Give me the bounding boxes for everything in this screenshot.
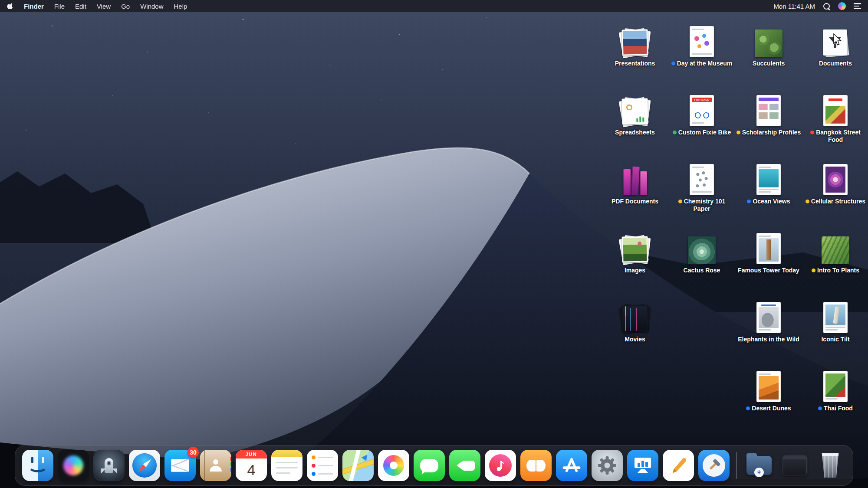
stack-label: Images: [625, 267, 645, 274]
menu-bar: Finder File Edit View Go Window Help Mon…: [0, 0, 868, 12]
iconic-tilt-doc-icon[interactable]: [823, 295, 848, 333]
menu-bar-left: Finder File Edit View Go Window Help: [7, 3, 187, 10]
dock-books-icon[interactable]: [520, 450, 552, 481]
menu-clock[interactable]: Mon 11:41 AM: [773, 3, 815, 10]
desktop-stack-documents[interactable]: Documents: [802, 19, 868, 88]
download-arrow-badge: [754, 468, 764, 477]
desktop-stack-presentations[interactable]: Presentations: [602, 19, 668, 88]
dock-itunes-icon[interactable]: [485, 450, 516, 481]
dock-system-preferences-icon[interactable]: [592, 450, 623, 481]
dock-dark-stack-icon[interactable]: [779, 450, 810, 481]
dock-maps-icon[interactable]: [342, 450, 374, 481]
stack-label: Day at the Museum: [671, 60, 733, 67]
desktop-stack-spreadsheets[interactable]: Spreadsheets: [602, 88, 668, 157]
desktop-item-custom-fixie-bike[interactable]: FOR SALE Custom Fixie Bike: [668, 88, 735, 157]
spotlight-search-icon[interactable]: [823, 3, 830, 10]
desktop-item-day-at-the-museum[interactable]: Day at the Museum: [668, 19, 735, 88]
person-silhouette-icon: [210, 459, 222, 472]
window-thumbnail: [783, 455, 807, 475]
dock-safari-icon[interactable]: [129, 450, 160, 481]
cellular-structures-doc-icon[interactable]: [823, 157, 848, 195]
desktop-item-desert-dunes[interactable]: Desert Dunes: [735, 364, 802, 433]
dock-facetime-icon[interactable]: [449, 450, 480, 481]
desktop-item-thai-food[interactable]: Thai Food: [802, 364, 868, 433]
dock-messages-icon[interactable]: [414, 450, 445, 481]
tag-dot-blue: [671, 62, 675, 66]
dock-pages-icon[interactable]: [663, 450, 694, 481]
open-book-icon: [526, 460, 546, 472]
dock-reminders-icon[interactable]: [307, 450, 338, 481]
desktop-item-bangkok-street-food[interactable]: Bangkok Street Food: [802, 88, 868, 157]
desktop-item-scholarship-profiles[interactable]: Scholarship Profiles: [735, 88, 802, 157]
custom-fixie-bike-doc-icon[interactable]: FOR SALE: [690, 88, 714, 126]
dock-downloads-folder-icon[interactable]: [743, 450, 775, 481]
scholarship-profiles-doc-icon[interactable]: [756, 88, 781, 126]
ocean-views-doc-icon[interactable]: [756, 157, 781, 195]
bangkok-street-food-doc-icon[interactable]: [823, 88, 848, 126]
intro-to-plants-photo-icon[interactable]: [822, 226, 849, 264]
desktop-item-chemistry-101-paper[interactable]: Chemistry 101 Paper: [668, 157, 735, 226]
desert-dunes-doc-icon[interactable]: [756, 364, 781, 402]
desktop-item-famous-tower-today[interactable]: Famous Tower Today: [735, 226, 802, 295]
hammer-icon: [707, 458, 721, 473]
apple-menu-icon[interactable]: [7, 3, 13, 10]
dock-finder-icon[interactable]: [22, 450, 53, 481]
desktop-stack-movies[interactable]: Movies: [602, 295, 668, 364]
desktop-item-cellular-structures[interactable]: Cellular Structures: [802, 157, 868, 226]
menu-help[interactable]: Help: [174, 3, 187, 10]
tag-dot-yellow: [812, 269, 815, 272]
menu-edit[interactable]: Edit: [75, 3, 86, 10]
spreadsheets-stack-icon[interactable]: [618, 88, 652, 126]
dock-contacts-icon[interactable]: [200, 450, 231, 481]
siri-orb: [63, 455, 83, 475]
thai-food-doc-icon[interactable]: [823, 364, 848, 402]
succulents-photo-icon[interactable]: [755, 19, 783, 57]
tag-dot-yellow: [736, 131, 740, 134]
rocket-icon: [105, 458, 113, 473]
desktop-stack-images[interactable]: Images: [602, 226, 668, 295]
dock-siri-icon[interactable]: [58, 450, 89, 481]
pdf-documents-stack-icon[interactable]: [623, 157, 647, 195]
compass-icon: [132, 453, 157, 478]
desktop-item-iconic-tilt[interactable]: Iconic Tilt: [802, 295, 868, 364]
menu-view[interactable]: View: [97, 3, 111, 10]
desktop-item-ocean-views[interactable]: Ocean Views: [735, 157, 802, 226]
stack-label: Desert Dunes: [746, 405, 791, 412]
famous-tower-today-doc-icon[interactable]: [756, 226, 781, 264]
stack-label: Presentations: [615, 60, 655, 67]
desktop-item-elephants-in-the-wild[interactable]: Elephants in the Wild: [735, 295, 802, 364]
movies-stack-icon[interactable]: [618, 295, 652, 333]
dock-keynote-icon[interactable]: [627, 450, 658, 481]
dock-calendar-icon[interactable]: JUN 4: [236, 450, 267, 481]
chemistry-101-paper-doc-icon[interactable]: [690, 157, 714, 195]
desktop-item-intro-to-plants[interactable]: Intro To Plants: [802, 226, 868, 295]
calendar-month: JUN: [236, 450, 267, 459]
stack-label: Cactus Rose: [684, 267, 720, 274]
images-stack-icon[interactable]: [618, 226, 652, 264]
menu-file[interactable]: File: [54, 3, 65, 10]
siri-menu-icon[interactable]: [838, 2, 846, 10]
menu-window[interactable]: Window: [140, 3, 163, 10]
tag-dot-red: [810, 131, 814, 134]
dock-launchpad-icon[interactable]: [93, 450, 125, 481]
stack-label: Intro To Plants: [812, 267, 859, 274]
day-at-the-museum-doc-icon[interactable]: [690, 19, 714, 57]
dock-app-store-icon[interactable]: [556, 450, 587, 481]
stack-label: Scholarship Profiles: [736, 129, 801, 136]
menu-go[interactable]: Go: [121, 3, 130, 10]
stack-label: Iconic Tilt: [821, 336, 849, 343]
dock-trash-icon[interactable]: [815, 450, 846, 481]
dock-mail-icon[interactable]: 30: [164, 450, 196, 481]
desktop-item-cactus-rose[interactable]: Cactus Rose: [668, 226, 735, 295]
elephants-in-the-wild-doc-icon[interactable]: [756, 295, 781, 333]
presentations-stack-icon[interactable]: [618, 19, 652, 57]
menu-app-name[interactable]: Finder: [24, 3, 44, 10]
desktop-stack-pdf-documents[interactable]: PDF Documents: [602, 157, 668, 226]
notification-center-icon[interactable]: [854, 3, 861, 9]
desktop-item-succulents[interactable]: Succulents: [735, 19, 802, 88]
dock-notes-icon[interactable]: [271, 450, 302, 481]
music-note-icon: [494, 459, 506, 472]
cactus-rose-photo-icon[interactable]: [688, 226, 716, 264]
dock-xcode-icon[interactable]: [698, 450, 730, 481]
dock-photos-icon[interactable]: [378, 450, 409, 481]
